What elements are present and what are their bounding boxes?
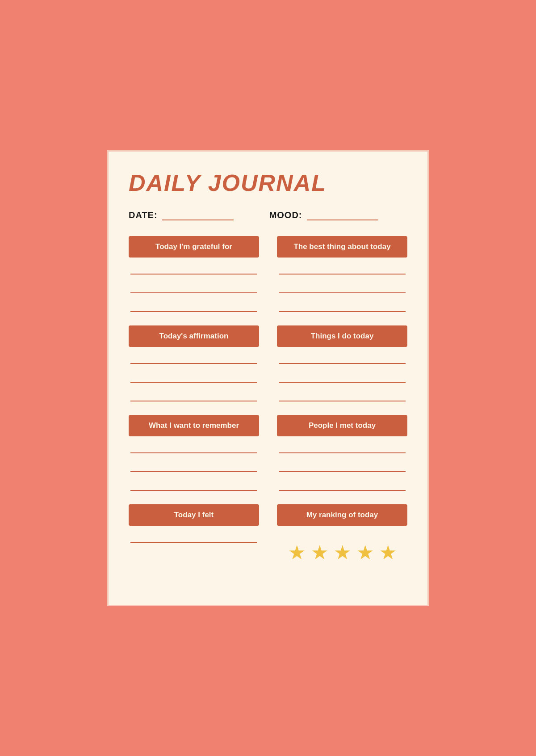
section-remember: What I want to remember (129, 415, 259, 491)
write-line[interactable] (130, 482, 257, 491)
write-line[interactable] (130, 374, 257, 383)
write-lines-things-do (277, 355, 407, 401)
date-mood-row: DATE: MOOD: (129, 210, 407, 220)
mood-field: MOOD: (269, 210, 378, 220)
section-header-remember: What I want to remember (129, 415, 259, 436)
write-lines-best-thing (277, 266, 407, 312)
page-wrapper: DAILY JOURNAL DATE: MOOD: Today I'm grat… (98, 141, 438, 615)
write-line[interactable] (130, 463, 257, 472)
section-people-met: People I met today (277, 415, 407, 491)
section-header-people-met: People I met today (277, 415, 407, 436)
section-things-do: Things I do today (277, 325, 407, 401)
write-line[interactable] (130, 444, 257, 453)
date-input-line[interactable] (162, 210, 234, 220)
journal-card: DAILY JOURNAL DATE: MOOD: Today I'm grat… (107, 150, 429, 606)
section-header-affirmation: Today's affirmation (129, 325, 259, 347)
star-4[interactable]: ★ (356, 541, 374, 564)
write-line[interactable] (279, 393, 406, 401)
star-3[interactable]: ★ (334, 541, 351, 564)
date-label: DATE: (129, 210, 158, 220)
mood-input-line[interactable] (307, 210, 378, 220)
stars-container: ★ ★ ★ ★ ★ (277, 534, 407, 571)
section-best-thing: The best thing about today (277, 236, 407, 312)
mood-label: MOOD: (269, 210, 302, 220)
write-line[interactable] (279, 482, 406, 491)
write-lines-felt (129, 534, 259, 543)
star-1[interactable]: ★ (288, 541, 306, 564)
write-line[interactable] (130, 355, 257, 364)
write-lines-affirmation (129, 355, 259, 401)
write-line[interactable] (279, 266, 406, 275)
write-line[interactable] (130, 284, 257, 293)
write-lines-remember (129, 444, 259, 491)
write-line[interactable] (279, 284, 406, 293)
section-ranking: My ranking of today ★ ★ ★ ★ ★ (277, 504, 407, 571)
write-line[interactable] (130, 534, 257, 543)
section-header-best-thing: The best thing about today (277, 236, 407, 258)
star-5[interactable]: ★ (379, 541, 397, 564)
write-line[interactable] (130, 303, 257, 312)
date-field: DATE: (129, 210, 234, 220)
section-felt: Today I felt (129, 504, 259, 571)
section-header-things-do: Things I do today (277, 325, 407, 347)
sections-grid: Today I'm grateful for The best thing ab… (129, 236, 407, 571)
write-line[interactable] (279, 374, 406, 383)
write-line[interactable] (279, 355, 406, 364)
section-affirmation: Today's affirmation (129, 325, 259, 401)
section-header-ranking: My ranking of today (277, 504, 407, 526)
write-line[interactable] (279, 444, 406, 453)
write-lines-people-met (277, 444, 407, 491)
page-title: DAILY JOURNAL (129, 169, 407, 196)
section-header-felt: Today I felt (129, 504, 259, 526)
section-header-grateful: Today I'm grateful for (129, 236, 259, 258)
write-line[interactable] (130, 393, 257, 401)
write-lines-grateful (129, 266, 259, 312)
section-grateful: Today I'm grateful for (129, 236, 259, 312)
star-2[interactable]: ★ (311, 541, 328, 564)
write-line[interactable] (279, 463, 406, 472)
write-line[interactable] (279, 303, 406, 312)
write-line[interactable] (130, 266, 257, 275)
